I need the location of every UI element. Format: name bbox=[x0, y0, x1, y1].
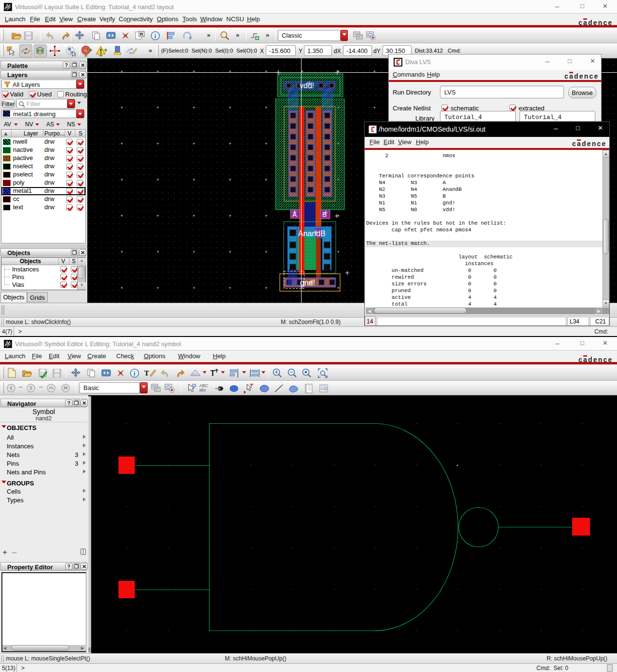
svg-text:T: T bbox=[210, 369, 215, 377]
svg-text:AnandB: AnandB bbox=[298, 229, 326, 238]
svg-text:T: T bbox=[144, 369, 149, 377]
svg-text:R: R bbox=[140, 32, 143, 37]
svg-text:B: B bbox=[322, 211, 327, 218]
svg-text:gnd!: gnd! bbox=[300, 279, 315, 287]
svg-text:vdd!: vdd! bbox=[300, 81, 314, 90]
